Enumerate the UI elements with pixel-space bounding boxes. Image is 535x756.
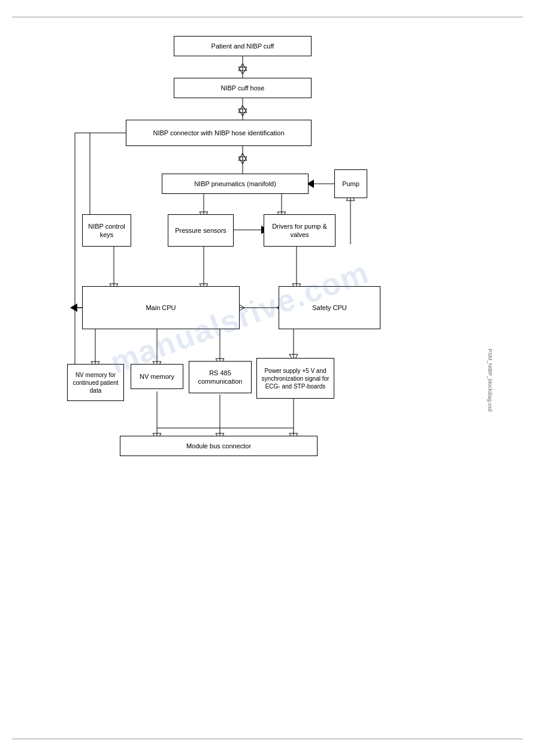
safety-cpu-box: Safety CPU xyxy=(279,286,380,329)
nibp-control-label: NIBP control keys xyxy=(83,222,131,239)
nv-memory-box: NV memory xyxy=(131,364,183,389)
patient-cuff-label: Patient and NIBP cuff xyxy=(211,42,274,50)
pump-label: Pump xyxy=(342,180,359,188)
power-supply-label: Power supply +5 V and synchronization si… xyxy=(257,367,334,390)
nibp-connector-box: NIBP connector with NIBP hose identifica… xyxy=(126,120,312,146)
page-border-top xyxy=(12,17,523,17)
rs485-box: RS 485 communication xyxy=(189,361,252,393)
svg-marker-14 xyxy=(238,153,247,160)
diagram-area: manualsrive.com xyxy=(30,30,497,539)
svg-marker-4 xyxy=(238,67,247,74)
svg-marker-8 xyxy=(238,109,247,116)
rs485-label: RS 485 communication xyxy=(189,369,251,386)
drivers-box: Drivers for pump & valves xyxy=(264,214,335,247)
main-cpu-box: Main CPU xyxy=(82,286,240,329)
nibp-pneumatics-label: NIBP pneumatics (manifold) xyxy=(194,180,276,188)
nv-memory-patient-box: NV memory for continued patient data xyxy=(67,364,124,401)
power-supply-box: Power supply +5 V and synchronization si… xyxy=(256,358,334,399)
pump-box: Pump xyxy=(334,169,367,198)
diagram-filename-label: PSM_NIBP_blockdiag.vsd xyxy=(486,348,492,411)
module-bus-box: Module bus connector xyxy=(120,436,318,456)
nv-memory-patient-label: NV memory for continued patient data xyxy=(68,371,123,394)
arrows-svg xyxy=(30,30,497,539)
svg-marker-30 xyxy=(70,303,77,312)
nibp-hose-box: NIBP cuff hose xyxy=(174,78,312,98)
pressure-sensors-label: Pressure sensors xyxy=(175,226,226,235)
svg-marker-12 xyxy=(238,157,247,164)
nibp-control-box: NIBP control keys xyxy=(82,214,131,247)
main-cpu-label: Main CPU xyxy=(146,303,176,312)
nibp-pneumatics-box: NIBP pneumatics (manifold) xyxy=(162,174,309,194)
patient-cuff-box: Patient and NIBP cuff xyxy=(174,36,312,56)
page-border-bottom xyxy=(12,739,523,739)
svg-marker-10 xyxy=(238,105,247,113)
nibp-connector-label: NIBP connector with NIBP hose identifica… xyxy=(153,129,284,137)
drivers-label: Drivers for pump & valves xyxy=(264,222,335,239)
pressure-sensors-box: Pressure sensors xyxy=(168,214,234,247)
safety-cpu-label: Safety CPU xyxy=(312,303,346,312)
nv-memory-label: NV memory xyxy=(140,372,174,381)
nibp-hose-label: NIBP cuff hose xyxy=(221,84,265,92)
svg-marker-6 xyxy=(238,63,247,71)
module-bus-label: Module bus connector xyxy=(186,442,251,450)
